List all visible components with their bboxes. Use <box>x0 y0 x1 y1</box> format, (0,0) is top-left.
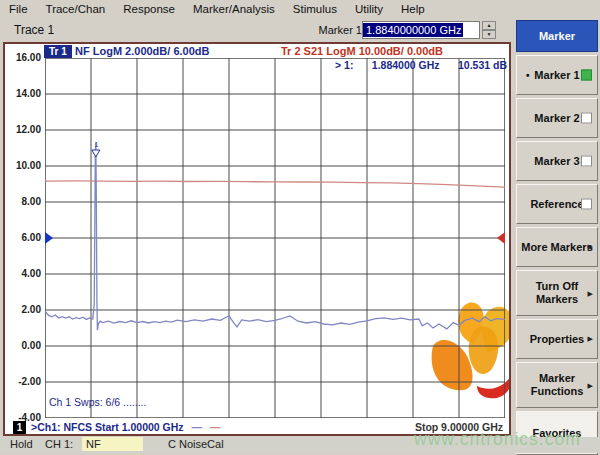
sweep-info: Ch 1 Swps: 6/6 ........ <box>49 396 146 408</box>
submenu-arrow-icon: ▶ <box>588 287 593 300</box>
marker-readout: > 1: 1.884000 GHz 10.531 dB <box>335 59 507 71</box>
y-tick-label: 12.00 <box>7 124 41 135</box>
trace1-tag[interactable]: Tr 1 <box>44 45 72 58</box>
trace2-legend-dash: — <box>210 421 221 433</box>
marker-readout-prefix: > 1: <box>335 59 353 71</box>
menu-marker-analysis[interactable]: Marker/Analysis <box>184 3 284 15</box>
softkey-turn-off-markers[interactable]: Turn Off Markers ▶ <box>516 270 598 316</box>
status-channel: CH 1: <box>45 438 73 450</box>
menu-bar: File Trace/Chan Response Marker/Analysis… <box>0 0 600 18</box>
submenu-arrow-icon: ▶ <box>588 379 593 392</box>
trace-title-row: Tr 1 NF LogM 2.000dB/ 6.00dB Tr 2 S21 Lo… <box>5 45 509 58</box>
y-tick-label: 0.00 <box>7 340 41 351</box>
start-frequency-label: >Ch1: NFCS Start 1.00000 GHz — — <box>31 421 220 433</box>
submenu-arrow-icon: ▶ <box>588 243 593 251</box>
y-tick-label: -2.00 <box>7 376 41 387</box>
measurement-plot[interactable]: 1 <box>45 58 505 418</box>
toolbar-row: Trace 1 Marker 1 1.8840000000 GHz ▲ ▼ <box>0 18 600 42</box>
softkey-reference[interactable]: Reference <box>516 184 598 224</box>
trace2-title[interactable]: Tr 2 S21 LogM 10.00dB/ 0.00dB <box>281 45 443 58</box>
y-tick-label: 4.00 <box>7 268 41 279</box>
checkbox-icon[interactable] <box>581 113 592 124</box>
trace1-title[interactable]: NF LogM 2.000dB/ 6.00dB <box>75 45 209 58</box>
active-dot-icon: • <box>526 70 530 81</box>
status-mode: Hold <box>10 438 33 450</box>
status-trace-chip: NF <box>82 437 143 451</box>
marker-entry-label: Marker 1 <box>319 24 362 36</box>
y-tick-label: 10.00 <box>7 160 41 171</box>
y-tick-label: 8.00 <box>7 196 41 207</box>
softkey-header-marker[interactable]: Marker <box>516 20 598 52</box>
trace1-legend-dash: — <box>192 421 203 433</box>
analyzer-screen: File Trace/Chan Response Marker/Analysis… <box>0 0 600 455</box>
softkey-marker-1[interactable]: • Marker 1 <box>516 55 598 95</box>
y-tick-label: 2.00 <box>7 304 41 315</box>
menu-utility[interactable]: Utility <box>346 3 392 15</box>
y-tick-label: 14.00 <box>7 88 41 99</box>
marker-readout-value: 10.531 dB <box>458 59 507 71</box>
checkbox-checked-icon[interactable] <box>581 70 592 81</box>
marker-readout-freq: 1.884000 GHz <box>372 59 440 71</box>
channel-indicator: 1 <box>13 421 26 434</box>
menu-response[interactable]: Response <box>114 3 184 15</box>
softkey-marker-functions[interactable]: Marker Functions ▶ <box>516 362 598 408</box>
menu-file[interactable]: File <box>0 3 37 15</box>
stop-frequency-label: Stop 9.00000 GHz <box>415 421 503 433</box>
marker-frequency-input[interactable]: 1.8840000000 GHz <box>362 21 480 39</box>
menu-help[interactable]: Help <box>392 3 434 15</box>
spinner-down-icon[interactable]: ▼ <box>482 30 496 39</box>
softkey-more-markers[interactable]: More Markers ▶ <box>516 227 598 267</box>
checkbox-icon[interactable] <box>581 156 592 167</box>
y-tick-label: 6.00 <box>7 232 41 243</box>
softkey-marker-3[interactable]: Marker 3 <box>516 141 598 181</box>
status-cal: C NoiseCal <box>168 438 224 450</box>
submenu-arrow-icon: ▶ <box>588 335 593 343</box>
spinner-up-icon[interactable]: ▲ <box>482 21 496 30</box>
softkey-marker-2[interactable]: Marker 2 <box>516 98 598 138</box>
softkey-properties[interactable]: Properties ▶ <box>516 319 598 359</box>
marker-frequency-stepper[interactable]: ▲ ▼ <box>482 21 496 39</box>
checkbox-icon[interactable] <box>581 199 592 210</box>
status-bar: Hold CH 1: NF C NoiseCal <box>0 437 600 453</box>
y-tick-label: 16.00 <box>7 52 41 63</box>
menu-trace-chan[interactable]: Trace/Chan <box>37 3 115 15</box>
marker-frequency-value: 1.8840000000 GHz <box>363 23 463 37</box>
display-area: Tr 1 NF LogM 2.000dB/ 6.00dB Tr 2 S21 Lo… <box>3 42 511 436</box>
svg-text:1: 1 <box>94 141 98 148</box>
menu-stimulus[interactable]: Stimulus <box>284 3 346 15</box>
softkey-sidebar: Marker • Marker 1 Marker 2 Marker 3 Refe… <box>516 20 598 455</box>
trace-selector[interactable]: Trace 1 <box>14 23 54 37</box>
